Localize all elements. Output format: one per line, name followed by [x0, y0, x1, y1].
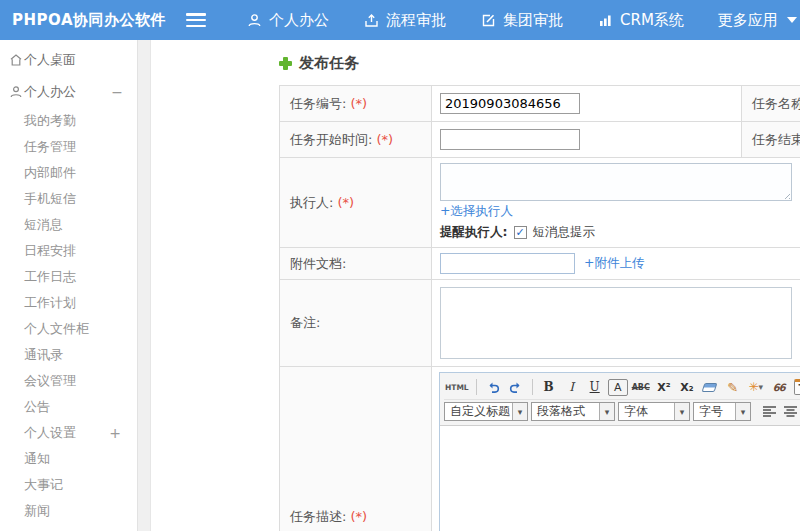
toolbar-separator: [476, 379, 477, 395]
sidebar: 个人桌面 个人办公 − 我的考勤 任务管理 内部邮件 手机短信 短消息 日程安排…: [0, 40, 138, 531]
font-size-select[interactable]: 字号▾: [693, 402, 751, 421]
sidebar-item-schedule[interactable]: 日程安排: [0, 238, 137, 264]
sidebar-item-contacts[interactable]: 通讯录: [0, 342, 137, 368]
rich-text-editor: HTML B I U: [439, 372, 800, 531]
sidebar-gutter: [138, 40, 151, 531]
format-brush-icon[interactable]: ✎: [723, 377, 743, 397]
html-source-button[interactable]: HTML: [444, 377, 470, 397]
end-time-label-cell: 任务结束时间:(*): [742, 122, 800, 158]
publish-task-form: 任务编号:(*) 任务名称:(*) 任务开始时间:(*) 任务结束时间:(*): [279, 85, 800, 531]
caret-down-icon: ▾: [599, 403, 614, 420]
editor-toolbar: HTML B I U: [440, 373, 800, 426]
sidebar-item-personal-desktop[interactable]: 个人桌面: [0, 44, 137, 76]
nav-group-approval[interactable]: 集团审批: [480, 11, 563, 30]
sidebar-item-personal-files[interactable]: 个人文件柜: [0, 316, 137, 342]
task-description-label-cell: 任务描述:(*): [280, 367, 432, 531]
top-nav: 个人办公 流程审批 集团审批 CRM系统 更多应用: [246, 11, 797, 30]
start-time-label-cell: 任务开始时间:(*): [280, 122, 432, 158]
task-number-input[interactable]: [440, 93, 580, 114]
undo-icon[interactable]: [483, 377, 503, 397]
attachment-label-cell: 附件文档:: [280, 248, 432, 280]
sidebar-item-short-message[interactable]: 短消息: [0, 212, 137, 238]
nav-label: 个人办公: [269, 11, 329, 30]
user-icon: [246, 12, 262, 28]
redo-icon[interactable]: [506, 377, 526, 397]
required-mark: (*): [350, 96, 367, 111]
main-content: 发布任务 任务编号:(*) 任务名称:(*) 任务开始时间:(*): [151, 40, 800, 531]
nav-label: CRM系统: [620, 11, 684, 30]
sidebar-item-news[interactable]: 新闻: [0, 498, 137, 524]
remind-executor-label: 提醒执行人:: [440, 224, 508, 241]
caret-down-icon: ▾: [674, 403, 689, 420]
caret-down-icon: ▾: [512, 403, 527, 420]
attachment-upload-link[interactable]: +附件上传: [584, 255, 644, 272]
blockquote-button[interactable]: 66: [769, 377, 789, 397]
start-time-input[interactable]: [440, 129, 580, 150]
sidebar-item-personal-settings[interactable]: 个人设置 +: [0, 420, 137, 446]
resize-handle[interactable]: [782, 191, 790, 199]
required-mark: (*): [337, 195, 354, 210]
user-icon: [9, 85, 23, 99]
sidebar-item-mobile-sms[interactable]: 手机短信: [0, 186, 137, 212]
underline-button[interactable]: U: [585, 377, 605, 397]
font-family-select[interactable]: 字体▾: [618, 402, 690, 421]
home-icon: [9, 53, 23, 67]
nav-personal-office[interactable]: 个人办公: [246, 11, 329, 30]
flow-approval-icon: [363, 12, 379, 28]
task-number-label-cell: 任务编号:(*): [280, 86, 432, 122]
heading-select[interactable]: 自定义标题▾: [444, 402, 528, 421]
required-mark: (*): [376, 132, 393, 147]
task-name-label-cell: 任务名称:(*): [742, 86, 800, 122]
superscript-button[interactable]: X²: [654, 377, 674, 397]
paste-icon[interactable]: T: [792, 377, 800, 397]
toolbar-separator: [532, 379, 533, 395]
sidebar-item-label: 个人办公: [24, 83, 76, 101]
nav-crm-system[interactable]: CRM系统: [597, 11, 684, 30]
caret-down-icon: ▾: [735, 403, 750, 420]
quick-format-icon[interactable]: ✳▾: [746, 377, 766, 397]
caret-down-icon: [787, 17, 797, 23]
nav-more-apps[interactable]: 更多应用: [718, 11, 797, 30]
top-header: PHPOA协同办公软件 个人办公 流程审批 集团审批 CRM系统: [0, 0, 800, 40]
remark-label-cell: 备注:: [280, 280, 432, 367]
sms-remind-checkbox-label: 短消息提示: [533, 224, 596, 241]
sidebar-item-internal-mail[interactable]: 内部邮件: [0, 160, 137, 186]
remark-textarea[interactable]: [440, 287, 792, 359]
align-left-icon[interactable]: [762, 405, 777, 418]
bar-chart-icon: [597, 12, 613, 28]
executor-textarea[interactable]: [440, 163, 792, 201]
sidebar-item-task-management[interactable]: 任务管理: [0, 134, 137, 160]
bold-button[interactable]: B: [539, 377, 559, 397]
eraser-icon[interactable]: [700, 377, 720, 397]
attachment-input[interactable]: [440, 253, 575, 274]
italic-button[interactable]: I: [562, 377, 582, 397]
subscript-button[interactable]: X₂: [677, 377, 697, 397]
sidebar-item-my-attendance[interactable]: 我的考勤: [0, 108, 137, 134]
nav-label: 流程审批: [386, 11, 446, 30]
sidebar-item-big-events[interactable]: 大事记: [0, 472, 137, 498]
nav-label: 集团审批: [503, 11, 563, 30]
sidebar-item-work-plan[interactable]: 工作计划: [0, 290, 137, 316]
sidebar-item-meeting-management[interactable]: 会议管理: [0, 368, 137, 394]
sidebar-item-personal-office[interactable]: 个人办公 −: [0, 76, 137, 108]
paragraph-format-select[interactable]: 段落格式▾: [531, 402, 615, 421]
sidebar-item-notice[interactable]: 通知: [0, 446, 137, 472]
font-frame-button[interactable]: A: [608, 379, 628, 396]
strikethrough-button[interactable]: ABC: [631, 377, 651, 397]
select-executor-link[interactable]: +选择执行人: [440, 203, 513, 218]
sidebar-item-work-log[interactable]: 工作日志: [0, 264, 137, 290]
align-center-icon[interactable]: [783, 405, 798, 418]
sidebar-item-announcement[interactable]: 公告: [0, 394, 137, 420]
collapse-minus-toggle[interactable]: −: [111, 84, 137, 100]
page-title: 发布任务: [299, 54, 359, 73]
sms-remind-checkbox[interactable]: ✓: [514, 226, 527, 239]
required-mark: (*): [350, 509, 367, 524]
group-approval-icon: [480, 12, 496, 28]
expand-plus-toggle[interactable]: +: [109, 425, 137, 441]
editor-content-area[interactable]: [440, 426, 800, 531]
menu-toggle-icon[interactable]: [186, 13, 206, 27]
nav-label: 更多应用: [718, 11, 778, 30]
page-title-row: 发布任务: [279, 54, 800, 73]
nav-flow-approval[interactable]: 流程审批: [363, 11, 446, 30]
alignment-group: [762, 405, 800, 418]
